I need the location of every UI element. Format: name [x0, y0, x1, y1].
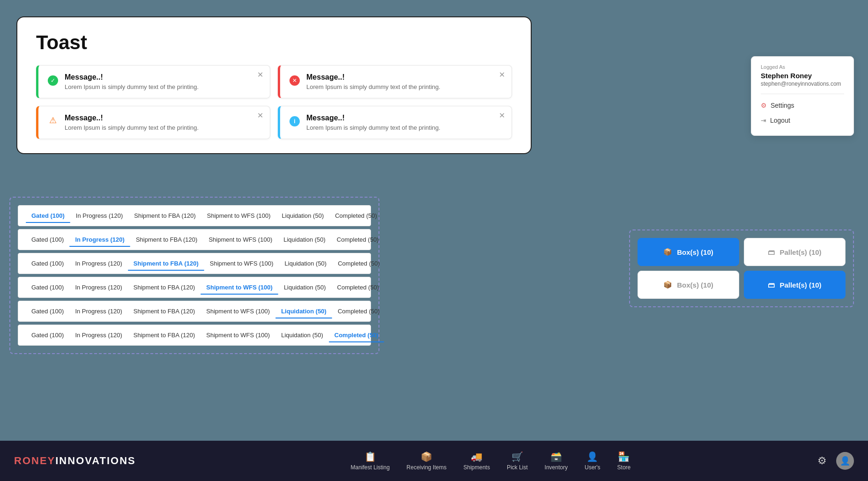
tab-completed-1[interactable]: Completed (50)	[331, 234, 385, 245]
tab-liquidation-5[interactable]: Liquidation (50)	[275, 330, 329, 340]
toast-error-content: Message..! Lorem Ipsum is simply dummy t…	[306, 73, 502, 90]
settings-icon: ⚙	[761, 102, 767, 109]
tab-wfs-3[interactable]: Shipment to WFS (100)	[200, 282, 278, 293]
tab-completed-5[interactable]: Completed (50)	[329, 330, 384, 340]
tab-gated-2[interactable]: Gated (100)	[26, 258, 69, 269]
nav-inventory[interactable]: 🗃️ Inventory	[545, 451, 568, 471]
brand-innovations: INNOVATIONS	[55, 455, 136, 467]
tab-liquidation-0[interactable]: Liquidation (50)	[276, 210, 330, 221]
nav-receiving-items[interactable]: 📦 Receiving Items	[407, 451, 446, 471]
toast-success-close[interactable]: ✕	[257, 70, 263, 79]
tab-completed-2[interactable]: Completed (50)	[332, 258, 386, 269]
tab-liquidation-2[interactable]: Liquidation (50)	[279, 258, 333, 269]
tab-inprogress-1[interactable]: In Progress (120)	[69, 234, 130, 245]
tab-wfs-1[interactable]: Shipment to WFS (100)	[203, 234, 278, 245]
tab-fba-4[interactable]: Shipment to FBA (120)	[128, 306, 201, 317]
pallet-btn-1[interactable]: 🗃 Pallet(s) (10)	[744, 271, 846, 299]
logout-label: Logout	[770, 117, 790, 124]
info-icon: i	[289, 115, 300, 126]
tab-gated-5[interactable]: Gated (100)	[26, 330, 69, 340]
shipments-icon: 🚚	[471, 451, 482, 462]
tab-gated-1[interactable]: Gated (100)	[26, 234, 69, 245]
nav-store[interactable]: 🏪 Store	[617, 451, 631, 471]
box-btn-1[interactable]: 📦 Box(s) (10)	[638, 271, 739, 299]
toast-warning-close[interactable]: ✕	[257, 111, 263, 120]
manifest-listing-icon: 📋	[364, 451, 376, 462]
nav-pick-list[interactable]: 🛒 Pick List	[507, 451, 528, 471]
settings-item[interactable]: ⚙ Settings	[761, 98, 844, 113]
tab-wfs-2[interactable]: Shipment to WFS (100)	[204, 258, 279, 269]
toast-grid: ✓ Message..! Lorem Ipsum is simply dummy…	[36, 65, 512, 139]
tab-fba-2[interactable]: Shipment to FBA (120)	[128, 258, 204, 269]
tab-wfs-5[interactable]: Shipment to WFS (100)	[200, 330, 275, 340]
tab-completed-4[interactable]: Completed (50)	[332, 306, 386, 317]
logged-as-label: Logged As	[761, 64, 844, 70]
toast-warning-body: Lorem Ipsum is simply dummy text of the …	[65, 124, 260, 131]
box-label-1: Box(s) (10)	[677, 281, 713, 289]
box-pallet-section: 📦 Box(s) (10) 🗃 Pallet(s) (10) 📦 Box(s) …	[629, 229, 854, 307]
pick-list-icon: 🛒	[512, 451, 523, 462]
nav-users[interactable]: 👤 User's	[585, 451, 601, 471]
toast-error: ✕ Message..! Lorem Ipsum is simply dummy…	[278, 65, 512, 98]
toast-card: Toast ✓ Message..! Lorem Ipsum is simply…	[16, 16, 532, 154]
box-icon-1: 📦	[663, 281, 672, 289]
tab-wfs-0[interactable]: Shipment to WFS (100)	[201, 210, 276, 221]
toast-success: ✓ Message..! Lorem Ipsum is simply dummy…	[36, 65, 270, 98]
toast-info-body: Lorem Ipsum is simply dummy text of the …	[306, 124, 502, 131]
tab-fba-0[interactable]: Shipment to FBA (120)	[128, 210, 201, 221]
tab-gated-3[interactable]: Gated (100)	[26, 282, 69, 293]
nav-manifest-listing[interactable]: 📋 Manifest Listing	[350, 451, 389, 471]
bp-row-0: 📦 Box(s) (10) 🗃 Pallet(s) (10)	[638, 238, 846, 266]
tab-inprogress-4[interactable]: In Progress (120)	[69, 306, 127, 317]
tab-liquidation-4[interactable]: Liquidation (50)	[275, 306, 332, 317]
tab-row-0: Gated (100) In Progress (120) Shipment t…	[18, 205, 371, 226]
inventory-icon: 🗃️	[550, 451, 562, 462]
tab-liquidation-1[interactable]: Liquidation (50)	[278, 234, 331, 245]
nav-avatar[interactable]: 👤	[836, 452, 854, 470]
tab-inprogress-0[interactable]: In Progress (120)	[70, 210, 128, 221]
tab-liquidation-3[interactable]: Liquidation (50)	[278, 282, 332, 293]
logout-item[interactable]: ⇥ Logout	[761, 113, 844, 128]
pallet-icon-0: 🗃	[768, 248, 775, 256]
tab-fba-5[interactable]: Shipment to FBA (120)	[128, 330, 201, 340]
receiving-items-icon: 📦	[421, 451, 432, 462]
toast-error-close[interactable]: ✕	[499, 70, 505, 79]
tab-fba-3[interactable]: Shipment to FBA (120)	[128, 282, 201, 293]
tab-inprogress-5[interactable]: In Progress (120)	[69, 330, 127, 340]
pallet-label-0: Pallet(s) (10)	[779, 248, 821, 256]
user-name: Stephen Roney	[761, 72, 844, 80]
toast-error-title: Message..!	[306, 73, 502, 81]
logout-icon: ⇥	[761, 117, 766, 124]
toast-info-title: Message..!	[306, 114, 502, 122]
nav-shipments[interactable]: 🚚 Shipments	[463, 451, 490, 471]
nav-items: 📋 Manifest Listing 📦 Receiving Items 🚚 S…	[164, 451, 817, 471]
tab-inprogress-2[interactable]: In Progress (120)	[69, 258, 127, 269]
tab-inprogress-3[interactable]: In Progress (120)	[69, 282, 127, 293]
tab-gated-0[interactable]: Gated (100)	[26, 210, 70, 221]
dropdown-divider	[761, 94, 844, 94]
toast-success-body: Lorem Ipsum is simply dummy text of the …	[65, 83, 260, 90]
tab-wfs-4[interactable]: Shipment to WFS (100)	[200, 306, 275, 317]
tab-completed-0[interactable]: Completed (50)	[329, 210, 383, 221]
store-icon: 🏪	[618, 451, 630, 462]
tabs-section: Gated (100) In Progress (120) Shipment t…	[9, 197, 379, 354]
tab-completed-3[interactable]: Completed (50)	[332, 282, 385, 293]
box-btn-0[interactable]: 📦 Box(s) (10)	[638, 238, 739, 266]
shipments-label: Shipments	[463, 464, 490, 471]
brand-logo: RONEY INNOVATIONS	[14, 455, 136, 467]
tab-gated-4[interactable]: Gated (100)	[26, 306, 69, 317]
bottom-nav: RONEY INNOVATIONS 📋 Manifest Listing 📦 R…	[0, 441, 868, 481]
pallet-btn-0[interactable]: 🗃 Pallet(s) (10)	[744, 238, 846, 266]
settings-gear-icon[interactable]: ⚙	[817, 455, 827, 467]
tab-row-3: Gated (100) In Progress (120) Shipment t…	[18, 277, 371, 298]
toast-info-close[interactable]: ✕	[499, 111, 505, 120]
user-dropdown: Logged As Stephen Roney stephen@roneyinn…	[751, 56, 854, 136]
nav-right: ⚙ 👤	[817, 452, 854, 470]
toast-warning-content: Message..! Lorem Ipsum is simply dummy t…	[65, 114, 260, 131]
toast-warning-title: Message..!	[65, 114, 260, 122]
settings-label: Settings	[771, 102, 794, 109]
box-label-0: Box(s) (10)	[677, 248, 713, 256]
box-icon-0: 📦	[663, 248, 672, 256]
receiving-items-label: Receiving Items	[407, 464, 446, 471]
tab-fba-1[interactable]: Shipment to FBA (120)	[130, 234, 203, 245]
